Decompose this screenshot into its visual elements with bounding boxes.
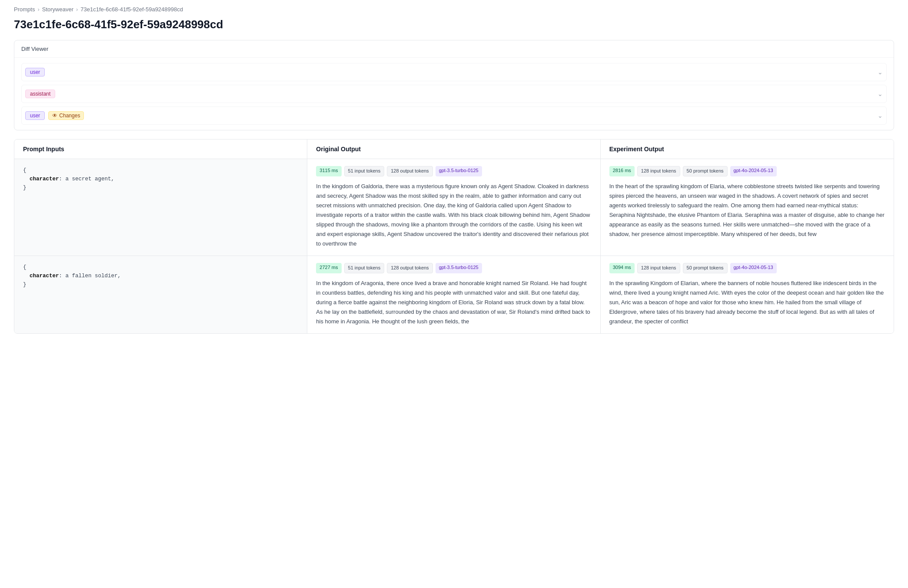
experiment-output-cell-1: 2816 ms 128 input tokens 50 prompt token…: [601, 159, 894, 256]
diff-viewer-label: Diff Viewer: [14, 40, 894, 58]
chevron-icon-2: ⌄: [878, 90, 883, 97]
diff-row-1[interactable]: user ⌄: [21, 63, 887, 81]
breadcrumb-prompts[interactable]: Prompts: [14, 6, 35, 13]
comparison-row-1: { character: a secret agent, } 3115 ms 5…: [14, 159, 894, 256]
role-badge-user-1: user: [25, 68, 45, 76]
breadcrumb-storyweaver[interactable]: Storyweaver: [42, 6, 73, 13]
experiment-metrics-1: 2816 ms 128 input tokens 50 prompt token…: [609, 166, 885, 176]
diff-viewer-body: user ⌄ assistant ⌄ user 👁 Changes ⌄: [14, 58, 894, 130]
badge-time-exp-1: 2816 ms: [609, 166, 635, 176]
header-experiment-output: Experiment Output: [601, 140, 894, 159]
comparison-row-2: { character: a fallen soldier, } 2727 ms…: [14, 256, 894, 333]
chevron-icon-1: ⌄: [878, 69, 883, 76]
badge-time-orig-2: 2727 ms: [316, 263, 341, 273]
experiment-output-cell-2: 3094 ms 128 input tokens 50 prompt token…: [601, 256, 894, 333]
role-badge-assistant: assistant: [25, 90, 55, 98]
breadcrumb-sep-1: ›: [37, 6, 39, 13]
badge-model-orig-2: gpt-3.5-turbo-0125: [436, 263, 482, 273]
comparison-header: Prompt Inputs Original Output Experiment…: [14, 140, 894, 159]
changes-badge: 👁 Changes: [48, 111, 84, 120]
role-badge-user-2: user: [25, 111, 45, 120]
input-code-1: { character: a secret agent, }: [23, 166, 298, 192]
badge-input-tokens-orig-1: 51 input tokens: [344, 166, 385, 176]
badge-output-tokens-exp-2: 50 prompt tokens: [683, 263, 728, 273]
comparison-section: Prompt Inputs Original Output Experiment…: [14, 139, 894, 334]
diff-viewer-card: Diff Viewer user ⌄ assistant ⌄ user 👁 Ch…: [14, 40, 894, 130]
original-output-cell-2: 2727 ms 51 input tokens 128 output token…: [307, 256, 600, 333]
header-prompt-inputs: Prompt Inputs: [14, 140, 307, 159]
chevron-icon-3: ⌄: [878, 112, 883, 119]
badge-input-tokens-exp-1: 128 input tokens: [637, 166, 680, 176]
original-output-cell-1: 3115 ms 51 input tokens 128 output token…: [307, 159, 600, 256]
badge-output-tokens-orig-1: 128 output tokens: [387, 166, 432, 176]
input-code-2: { character: a fallen soldier, }: [23, 263, 298, 289]
badge-model-exp-1: gpt-4o-2024-05-13: [730, 166, 777, 176]
breadcrumb: Prompts › Storyweaver › 73e1c1fe-6c68-41…: [0, 0, 908, 16]
original-text-1: In the kingdom of Galdoria, there was a …: [316, 182, 591, 249]
input-cell-2: { character: a fallen soldier, }: [14, 256, 307, 333]
badge-time-orig-1: 3115 ms: [316, 166, 341, 176]
experiment-metrics-2: 3094 ms 128 input tokens 50 prompt token…: [609, 263, 885, 273]
experiment-text-2: In the sprawling Kingdom of Elarian, whe…: [609, 279, 885, 326]
breadcrumb-sep-2: ›: [76, 6, 78, 13]
changes-label: Changes: [59, 113, 80, 119]
original-text-2: In the kingdom of Aragonia, there once l…: [316, 279, 591, 326]
page-title: 73e1c1fe-6c68-41f5-92ef-59a9248998cd: [0, 16, 908, 40]
badge-model-orig-1: gpt-3.5-turbo-0125: [436, 166, 482, 176]
changes-icon: 👁: [52, 113, 57, 119]
original-metrics-1: 3115 ms 51 input tokens 128 output token…: [316, 166, 591, 176]
badge-input-tokens-orig-2: 51 input tokens: [344, 263, 385, 273]
badge-model-exp-2: gpt-4o-2024-05-13: [730, 263, 777, 273]
experiment-text-1: In the heart of the sprawling kingdom of…: [609, 182, 885, 239]
breadcrumb-id: 73e1c1fe-6c68-41f5-92ef-59a9248998cd: [80, 6, 183, 13]
diff-row-2[interactable]: assistant ⌄: [21, 85, 887, 103]
header-original-output: Original Output: [307, 140, 600, 159]
badge-time-exp-2: 3094 ms: [609, 263, 635, 273]
diff-row-3[interactable]: user 👁 Changes ⌄: [21, 106, 887, 125]
original-metrics-2: 2727 ms 51 input tokens 128 output token…: [316, 263, 591, 273]
badge-output-tokens-exp-1: 50 prompt tokens: [683, 166, 728, 176]
badge-input-tokens-exp-2: 128 input tokens: [637, 263, 680, 273]
input-cell-1: { character: a secret agent, }: [14, 159, 307, 256]
badge-output-tokens-orig-2: 128 output tokens: [387, 263, 432, 273]
